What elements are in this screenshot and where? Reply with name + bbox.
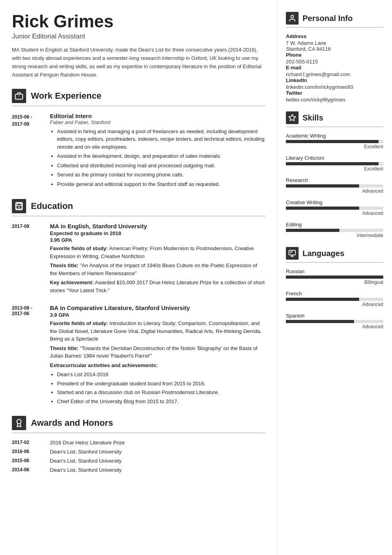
edu-body-1: BA in Comparative Litarature, Stanford U… — [50, 304, 266, 406]
skills-title: Skills — [303, 113, 323, 122]
work-experience-section: Work Experience 2015-06 -2017-09 Editori… — [12, 89, 266, 190]
edu-entry-1: 2013-08 -2017-06 BA in Comparative Litar… — [12, 304, 266, 406]
svg-rect-0 — [15, 94, 23, 99]
skills-icon — [286, 111, 299, 124]
skill-bar-bg-0 — [286, 140, 383, 143]
award-name-2: Dean's List, Stanford University — [50, 458, 122, 464]
lang-level-2: Advanced — [286, 324, 383, 329]
skill-name-3: Creative Writing — [286, 199, 383, 205]
skill-3: Creative Writing Advanced — [286, 199, 383, 216]
edu-fields-1: Favorite fields of study: Introduction t… — [50, 320, 266, 343]
lang-2: Spanish Advanced — [286, 313, 383, 329]
work-experience-title: Work Experience — [31, 91, 101, 101]
edu-fields-0: Favorite fields of study: American Poetr… — [50, 245, 266, 260]
edu-thesis-0: Thesis title: "An Analysis of the Impact… — [50, 262, 266, 277]
right-column: Personal Info Address 7 W. Adams LaneSta… — [277, 0, 392, 555]
skill-1: Literary Criticism Excellent — [286, 155, 383, 172]
skill-level-3: Advanced — [286, 211, 383, 216]
lang-level-0: Billingual — [286, 279, 383, 285]
edu-fields-label-0: Favorite fields of study: — [50, 245, 108, 251]
award-name-0: 2016 Drue Heinz Literature Prize — [50, 440, 125, 446]
skill-name-2: Research — [286, 177, 383, 183]
edu-bullet-1-0: Dean's List 2014-2016 — [57, 371, 266, 379]
work-title-0: Editorial Intern — [50, 113, 266, 119]
phone-block: Phone 202-555-0115 — [286, 52, 383, 65]
lang-0: Russian Billingual — [286, 268, 383, 285]
lang-bar-bg-2 — [286, 320, 383, 323]
skill-2: Research Advanced — [286, 177, 383, 194]
header-block: Rick Grimes Junior Editorial Assistant M… — [12, 12, 266, 79]
candidate-name: Rick Grimes — [12, 12, 266, 31]
skill-level-0: Excellent — [286, 144, 383, 149]
award-0: 2017-02 2016 Drue Heinz Literature Prize — [12, 440, 266, 446]
languages-section: Languages Russian Billingual French Adva… — [286, 247, 383, 329]
languages-icon — [286, 247, 299, 260]
candidate-title: Junior Editorial Assistant — [12, 33, 266, 40]
personal-info-header: Personal Info — [286, 12, 383, 28]
edu-achieve-label-0: Key achievement: — [50, 279, 94, 285]
work-entry-0: 2015-06 -2017-09 Editorial Intern Faber … — [12, 113, 266, 190]
education-section: Education 2017-09 MA in English, Stanfor… — [12, 199, 266, 406]
skill-4: Editing Intermediate — [286, 222, 383, 238]
twitter-block: Twitter twitter.com/rickyfillygrimes — [286, 90, 383, 103]
linkedin-block: LinkedIn linkedin.com/in/rickygrimes93 — [286, 77, 383, 90]
linkedin-label: LinkedIn — [286, 77, 383, 83]
personal-info-section: Personal Info Address 7 W. Adams LaneSta… — [286, 12, 383, 103]
address-label: Address — [286, 33, 383, 39]
lang-bar-fill-2 — [286, 320, 354, 323]
skill-bar-bg-1 — [286, 162, 383, 165]
work-bullet-0-1: Assisted in the development, design, and… — [57, 152, 266, 160]
lang-level-1: Advanced — [286, 302, 383, 307]
work-bullet-0-4: Provide general and editorial support to… — [57, 180, 266, 188]
skill-bar-bg-2 — [286, 184, 383, 188]
skill-name-4: Editing — [286, 222, 383, 228]
awards-title: Awards and Honors — [31, 418, 113, 428]
edu-body-0: MA in English, Stanford University Expec… — [50, 223, 266, 296]
skill-level-1: Excellent — [286, 166, 383, 172]
edu-achieve-label-1: Extracurricular activities and achieveme… — [50, 362, 158, 368]
edu-entry-0: 2017-09 MA in English, Stanford Universi… — [12, 223, 266, 296]
personal-info-icon — [286, 12, 299, 25]
skills-section: Skills Academic Writing Excellent Litera… — [286, 111, 383, 238]
award-date-0: 2017-02 — [12, 440, 44, 446]
skill-0: Academic Writing Excellent — [286, 133, 383, 149]
resume-page: Rick Grimes Junior Editorial Assistant M… — [0, 0, 392, 555]
address-value: 7 W. Adams LaneStanford, CA 94116 — [286, 40, 383, 52]
lang-name-1: French — [286, 291, 383, 297]
work-bullet-0-0: Assisted in hiring and managing a pool o… — [57, 128, 266, 151]
phone-label: Phone — [286, 52, 383, 58]
left-column: Rick Grimes Junior Editorial Assistant M… — [0, 0, 277, 555]
edu-extra-0: Expected to graduate in 2018 — [50, 230, 266, 236]
edu-bullet-1-3: Chief Editor of the University Blog from… — [57, 398, 266, 406]
edu-bullets-1: Dean's List 2014-2016 President of the u… — [50, 371, 266, 405]
edu-date-1: 2013-08 -2017-06 — [12, 304, 44, 406]
skills-header: Skills — [286, 111, 383, 127]
work-company-0: Faber and Faber, Stanford — [50, 119, 266, 125]
skill-bar-fill-4 — [286, 229, 339, 232]
award-name-3: Dean's List, Stanford University — [50, 467, 122, 473]
edu-bullet-1-2: Started and ran a discussion club on Rus… — [57, 388, 266, 396]
linkedin-value: linkedin.com/in/rickygrimes93 — [286, 84, 383, 90]
awards-header: Awards and Honors — [12, 416, 266, 433]
skill-bar-fill-0 — [286, 140, 379, 143]
lang-bar-bg-1 — [286, 298, 383, 301]
education-header: Education — [12, 199, 266, 216]
award-date-1: 2016-06 — [12, 449, 44, 455]
edu-thesis-label-1: Thesis title: — [50, 345, 78, 351]
email-value: richard.f.grimes@gmail.com — [286, 71, 383, 77]
personal-info-title: Personal Info — [303, 14, 353, 23]
lang-1: French Advanced — [286, 291, 383, 307]
award-date-3: 2014-06 — [12, 467, 44, 473]
edu-degree-0: MA in English, Stanford University — [50, 223, 266, 230]
edu-fields-label-1: Favorite fields of study: — [50, 320, 108, 326]
skill-bar-fill-2 — [286, 184, 359, 188]
edu-date-0: 2017-09 — [12, 223, 44, 296]
work-experience-header: Work Experience — [12, 89, 266, 106]
twitter-label: Twitter — [286, 90, 383, 96]
skill-bar-fill-1 — [286, 162, 379, 165]
awards-icon — [12, 416, 26, 430]
svg-point-5 — [291, 15, 294, 18]
edu-thesis-1: Thesis title: "Towards the Derridian Dec… — [50, 344, 266, 360]
lang-bar-fill-0 — [286, 276, 383, 279]
email-block: E-mail richard.f.grimes@gmail.com — [286, 65, 383, 77]
